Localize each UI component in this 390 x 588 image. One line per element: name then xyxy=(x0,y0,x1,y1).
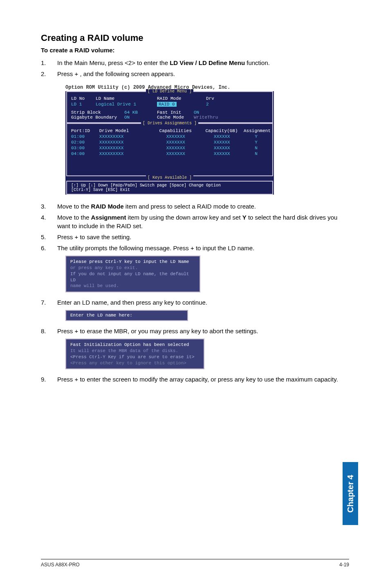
step-9: 9. Press + to enter the screen to modify… xyxy=(41,375,349,384)
step-7: 7. Enter an LD name, and then press any … xyxy=(41,298,349,307)
step-number: 9. xyxy=(41,375,57,384)
step-text: Press + to enter the screen to modify th… xyxy=(57,375,349,384)
cell-capabilities: XXXXXXX xyxy=(152,139,200,145)
cachemode-label: Cache Mode xyxy=(157,115,194,120)
col-model: Drive Model xyxy=(99,128,152,134)
dlg-line: name will be used. xyxy=(70,283,195,289)
step-number: 6. xyxy=(41,244,57,252)
cell-capabilities: XXXXXXX xyxy=(152,151,200,157)
cell-capacity: XXXXXX xyxy=(200,145,244,151)
ldname-value: Logical Drive 1 xyxy=(96,102,157,107)
bios-footer-line1: [↑] Up [↓] Down [PaUp/PaDn] Switch page … xyxy=(71,183,268,188)
dlg-line: It will erase the MBR data of the disks. xyxy=(70,348,199,354)
fastinit-value: ON xyxy=(194,110,199,115)
cell-port: 01:00 xyxy=(71,134,99,139)
bios-drive-row: 01:00XXXXXXXXXXXXXXXXXXXXXXY xyxy=(71,134,268,139)
gigabyte-value: ON xyxy=(124,115,157,120)
cell-model: XXXXXXXXX xyxy=(99,134,152,139)
cell-model: XXXXXXXXX xyxy=(99,151,152,157)
chapter-tab: Chapter 4 xyxy=(343,462,358,525)
cell-port: 03:00 xyxy=(71,145,99,151)
drv-label: Drv xyxy=(206,96,247,101)
col-capabilities: Capabilities xyxy=(151,128,199,134)
cell-capabilities: XXXXXXX xyxy=(152,145,200,151)
step-number: 8. xyxy=(41,327,57,335)
step-5: 5. Press + to save the setting. xyxy=(41,233,349,241)
cell-capacity: XXXXXX xyxy=(200,139,244,145)
step-number: 2. xyxy=(41,70,57,78)
bios-section-keys: [ Keys Available ] xyxy=(65,176,274,180)
bios-drive-row: 03:00XXXXXXXXXXXXXXXXXXXXXXN xyxy=(71,145,268,151)
step-6: 6. The utility prompts the following mes… xyxy=(41,244,349,252)
step-text: In the Main Menu, press <2> to enter the… xyxy=(57,58,349,67)
step-text: Move to the RAID Mode item and press to … xyxy=(57,202,349,211)
gigabyte-label: Gigabyte Boundary xyxy=(71,115,124,120)
dlg-line: or press any key to exit. xyxy=(70,265,195,271)
col-port: Port:ID xyxy=(71,128,99,134)
col-assignment: Assignment xyxy=(244,128,268,134)
step-4: 4. Move to the Assignment item by using … xyxy=(41,213,349,230)
dlg-line: Fast Initialization Option has been sele… xyxy=(70,342,199,348)
cachemode-value: WriteThru xyxy=(194,115,218,120)
cell-assignment: N xyxy=(244,145,268,151)
step-number: 5. xyxy=(41,233,57,241)
raidmode-value: RAID 0 xyxy=(157,102,206,107)
step-number: 3. xyxy=(41,202,57,211)
stripblock-label: Strip Block xyxy=(71,110,124,115)
cell-capacity: XXXXXX xyxy=(200,134,244,139)
footer-model: ASUS A88X-PRO xyxy=(41,562,80,568)
cell-capabilities: XXXXXXX xyxy=(152,134,200,139)
dlg-line: Please press Ctrl-Y key to input the LD … xyxy=(70,259,195,265)
step-text: Enter an LD name, and then press any key… xyxy=(57,298,349,307)
bios-section-drives: [ Drives Assignments ] xyxy=(67,121,272,126)
step-number: 7. xyxy=(41,298,57,307)
stripblock-value: 64 KB xyxy=(124,110,157,115)
step-text: The utility prompts the following messag… xyxy=(57,244,349,252)
step-text: Move to the Assignment item by using the… xyxy=(57,213,349,230)
subheading: To create a RAID volume: xyxy=(41,47,349,54)
cell-port: 02:00 xyxy=(71,139,99,145)
cell-port: 04:00 xyxy=(71,151,99,157)
step-number: 4. xyxy=(41,213,57,230)
ldname-label: LD Name xyxy=(96,96,157,101)
bios-footer-line2: [Ctrl-Y] Save [ESC] Exit xyxy=(71,188,268,192)
cell-model: XXXXXXXXX xyxy=(99,139,152,145)
ldno-value: LD 1 xyxy=(71,102,96,107)
ldno-label: LD No xyxy=(71,96,96,101)
cell-assignment: Y xyxy=(244,139,268,145)
bios-drive-row: 02:00XXXXXXXXXXXXXXXXXXXXXXY xyxy=(71,139,268,145)
drv-value: 2 xyxy=(206,102,247,107)
dialog-ld-name-prompt: Please press Ctrl-Y key to input the LD … xyxy=(65,256,200,292)
step-8: 8. Press + to erase the MBR, or you may … xyxy=(41,327,349,335)
col-capacity: Capacity(GB) xyxy=(199,128,244,134)
step-3: 3. Move to the RAID Mode item and press … xyxy=(41,202,349,211)
step-1: 1. In the Main Menu, press <2> to enter … xyxy=(41,58,349,67)
step-text: Press + to save the setting. xyxy=(57,233,349,241)
chapter-label: Chapter 4 xyxy=(346,475,355,512)
step-text: Press + , and the following screen appea… xyxy=(57,70,349,78)
step-number: 1. xyxy=(41,58,57,67)
cell-capacity: XXXXXX xyxy=(200,151,244,157)
dlg-line: <Press any other key to ignore this opti… xyxy=(70,360,199,366)
bios-screenshot: Option ROM Utility (c) 2009 Advanced Mic… xyxy=(65,85,274,195)
cell-assignment: N xyxy=(244,151,268,157)
raidmode-label: RAID Mode xyxy=(157,96,206,101)
cell-assignment: Y xyxy=(244,134,268,139)
step-2: 2. Press + , and the following screen ap… xyxy=(41,70,349,78)
step-text: Press + to erase the MBR, or you may pre… xyxy=(57,327,349,335)
dlg-line: <Press Ctrl-Y Key if you are sure to era… xyxy=(70,354,199,360)
dlg-line: Enter the LD name here: xyxy=(70,312,183,319)
fastinit-label: Fast Init xyxy=(157,110,194,115)
footer-page-number: 4-19 xyxy=(339,562,349,568)
cell-model: XXXXXXXXX xyxy=(99,145,152,151)
page-title: Creating a RAID volume xyxy=(41,33,349,43)
dialog-fast-init: Fast Initialization Option has been sele… xyxy=(65,339,204,369)
bios-drive-row: 04:00XXXXXXXXXXXXXXXXXXXXXXN xyxy=(71,151,268,157)
dialog-enter-ld-name: Enter the LD name here: xyxy=(65,310,188,321)
dlg-line: If you do not input any LD name, the def… xyxy=(70,271,195,283)
